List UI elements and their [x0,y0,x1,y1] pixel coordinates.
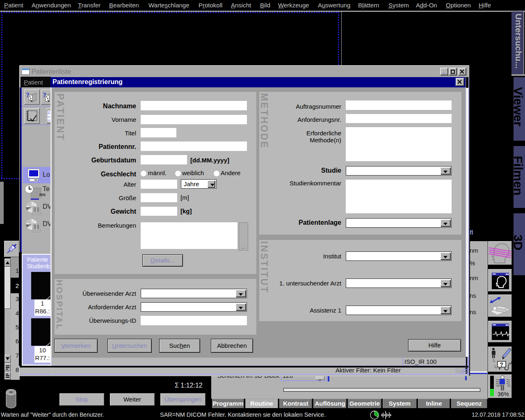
svg-text:36%: 36% [498,391,509,397]
svg-text:?: ? [500,361,503,368]
